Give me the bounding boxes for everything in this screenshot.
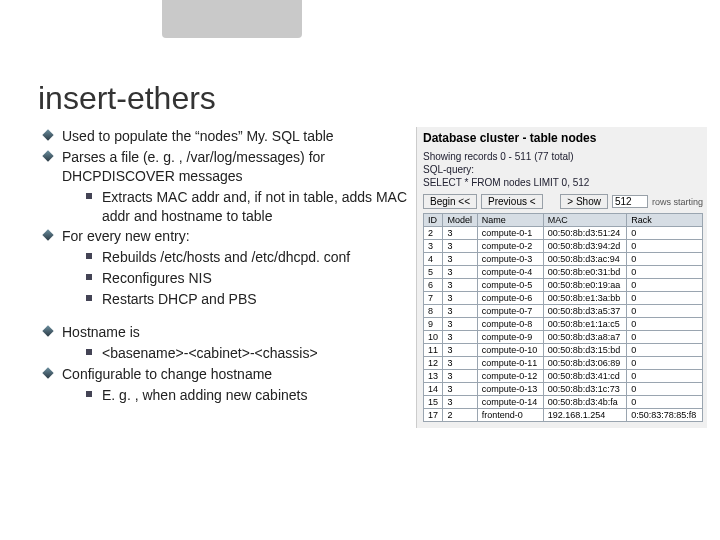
table-row: 113compute-0-1000:50:8b:d3:15:bd0 (424, 344, 703, 357)
bullet-item: Parses a file (e. g. , /var/log/messages… (40, 148, 410, 226)
table-cell: 3 (443, 331, 477, 344)
table-cell: 0 (627, 383, 703, 396)
table-cell: compute-0-5 (477, 279, 543, 292)
table-cell: 00:50:8b:d3:51:24 (543, 227, 626, 240)
table-cell: 2 (443, 409, 477, 422)
bullet-item: Used to populate the “nodes” My. SQL tab… (40, 127, 410, 146)
table-cell: 00:50:8b:e0:31:bd (543, 266, 626, 279)
table-cell: 00:50:8b:d3:a8:a7 (543, 331, 626, 344)
content-row: Used to populate the “nodes” My. SQL tab… (40, 127, 702, 428)
table-row: 143compute-0-1300:50:8b:d3:1c:730 (424, 383, 703, 396)
bullets-main: Used to populate the “nodes” My. SQL tab… (40, 127, 410, 309)
sub-bullet-item: Restarts DHCP and PBS (84, 290, 410, 309)
table-cell: 00:50:8b:e1:1a:c5 (543, 318, 626, 331)
sub-bullets: <basename>-<cabinet>-<chassis> (62, 344, 410, 363)
table-cell: 3 (424, 240, 443, 253)
sub-bullet-item: Rebuilds /etc/hosts and /etc/dhcpd. conf (84, 248, 410, 267)
rows-input[interactable] (612, 195, 648, 208)
table-row: 83compute-0-700:50:8b:d3:a5:370 (424, 305, 703, 318)
table-cell: 9 (424, 318, 443, 331)
table-cell: compute-0-1 (477, 227, 543, 240)
sub-bullet-item: E. g. , when adding new cabinets (84, 386, 410, 405)
table-cell: 14 (424, 383, 443, 396)
table-cell: 0 (627, 240, 703, 253)
table-cell: 00:50:8b:d3:1c:73 (543, 383, 626, 396)
table-cell: frontend-0 (477, 409, 543, 422)
table-cell: compute-0-12 (477, 370, 543, 383)
table-cell: compute-0-13 (477, 383, 543, 396)
table-cell: 8 (424, 305, 443, 318)
table-header-row: IDModelNameMACRack (424, 214, 703, 227)
table-row: 133compute-0-1200:50:8b:d3:41:cd0 (424, 370, 703, 383)
bullet-text: For every new entry: (62, 228, 190, 244)
table-cell: 15 (424, 396, 443, 409)
table-body: 23compute-0-100:50:8b:d3:51:24033compute… (424, 227, 703, 422)
table-row: 153compute-0-1400:50:8b:d3:4b:fa0 (424, 396, 703, 409)
bullet-text: Hostname is (62, 324, 140, 340)
db-records-count: Showing records 0 - 511 (77 total) (423, 151, 703, 162)
bullet-item: For every new entry:Rebuilds /etc/hosts … (40, 227, 410, 309)
rows-starting-label: rows starting (652, 197, 703, 207)
table-cell: 11 (424, 344, 443, 357)
table-cell: compute-0-8 (477, 318, 543, 331)
table-row: 23compute-0-100:50:8b:d3:51:240 (424, 227, 703, 240)
table-cell: 0 (627, 357, 703, 370)
table-cell: compute-0-9 (477, 331, 543, 344)
table-cell: compute-0-10 (477, 344, 543, 357)
table-cell: 00:50:8b:e1:3a:bb (543, 292, 626, 305)
table-cell: 4 (424, 253, 443, 266)
bullet-item: Configurable to change hostnameE. g. , w… (40, 365, 410, 405)
bullet-text: Used to populate the “nodes” My. SQL tab… (62, 128, 334, 144)
table-cell: 0 (627, 370, 703, 383)
table-cell: 0 (627, 227, 703, 240)
table-row: 103compute-0-900:50:8b:d3:a8:a70 (424, 331, 703, 344)
table-header-cell: MAC (543, 214, 626, 227)
table-row: 172frontend-0192.168.1.2540:50:83:78:85:… (424, 409, 703, 422)
bullet-item: Hostname is<basename>-<cabinet>-<chassis… (40, 323, 410, 363)
table-cell: 0 (627, 305, 703, 318)
table-row: 93compute-0-800:50:8b:e1:1a:c50 (424, 318, 703, 331)
table-cell: 3 (443, 279, 477, 292)
table-cell: 3 (443, 253, 477, 266)
table-cell: 3 (443, 227, 477, 240)
nodes-table: IDModelNameMACRack 23compute-0-100:50:8b… (423, 213, 703, 422)
table-cell: 3 (443, 383, 477, 396)
table-row: 43compute-0-300:50:8b:d3:ac:940 (424, 253, 703, 266)
table-cell: 3 (443, 344, 477, 357)
db-nav: Begin << Previous < > Show rows starting (423, 194, 703, 209)
table-row: 73compute-0-600:50:8b:e1:3a:bb0 (424, 292, 703, 305)
table-cell: 3 (443, 240, 477, 253)
table-cell: compute-0-2 (477, 240, 543, 253)
table-cell: 6 (424, 279, 443, 292)
previous-button[interactable]: Previous < (481, 194, 543, 209)
table-cell: 3 (443, 318, 477, 331)
table-cell: 00:50:8b:d3:a5:37 (543, 305, 626, 318)
left-column: Used to populate the “nodes” My. SQL tab… (40, 127, 410, 419)
table-row: 123compute-0-1100:50:8b:d3:06:890 (424, 357, 703, 370)
table-header-cell: Model (443, 214, 477, 227)
db-panel: Database cluster - table nodes Showing r… (416, 127, 707, 428)
table-cell: 0 (627, 266, 703, 279)
sub-bullet-item: Extracts MAC addr and, if not in table, … (84, 188, 410, 226)
begin-button[interactable]: Begin << (423, 194, 477, 209)
table-row: 33compute-0-200:50:8b:d3:94:2d0 (424, 240, 703, 253)
table-cell: 13 (424, 370, 443, 383)
show-button[interactable]: > Show (560, 194, 608, 209)
sub-bullet-item: <basename>-<cabinet>-<chassis> (84, 344, 410, 363)
table-cell: 3 (443, 292, 477, 305)
table-cell: 0 (627, 318, 703, 331)
table-cell: 00:50:8b:d3:41:cd (543, 370, 626, 383)
table-row: 53compute-0-400:50:8b:e0:31:bd0 (424, 266, 703, 279)
table-cell: 0:50:83:78:85:f8 (627, 409, 703, 422)
slide-title: insert-ethers (38, 80, 702, 117)
slide: insert-ethers Used to populate the “node… (0, 0, 720, 540)
bullets-secondary: Hostname is<basename>-<cabinet>-<chassis… (40, 323, 410, 405)
bullet-text: Configurable to change hostname (62, 366, 272, 382)
table-cell: 0 (627, 253, 703, 266)
db-sql-query: SELECT * FROM nodes LIMIT 0, 512 (423, 177, 703, 188)
table-cell: compute-0-6 (477, 292, 543, 305)
table-header-cell: ID (424, 214, 443, 227)
table-cell: 192.168.1.254 (543, 409, 626, 422)
table-cell: 5 (424, 266, 443, 279)
table-cell: 00:50:8b:d3:4b:fa (543, 396, 626, 409)
